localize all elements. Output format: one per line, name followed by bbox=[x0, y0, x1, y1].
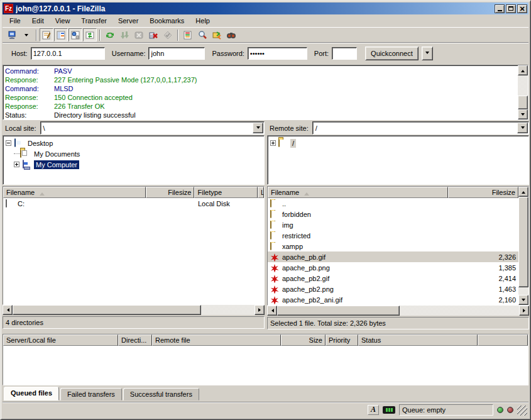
expand-icon[interactable] bbox=[14, 162, 19, 167]
local-site-combobox[interactable]: \ bbox=[40, 121, 265, 135]
menu-bar: File Edit View Transfer Server Bookmarks… bbox=[3, 14, 528, 27]
scroll-up-button[interactable] bbox=[518, 65, 528, 75]
menu-bookmarks[interactable]: Bookmarks bbox=[144, 16, 190, 26]
column-header-filetype[interactable]: Filetype bbox=[194, 187, 258, 198]
filezilla-logo-icon: Fz bbox=[4, 4, 13, 13]
scroll-left-button[interactable] bbox=[3, 305, 13, 315]
toggle-queue-icon bbox=[85, 30, 95, 40]
menu-file[interactable]: File bbox=[4, 16, 26, 26]
remote-row-folder[interactable]: restricted bbox=[268, 230, 518, 241]
refresh-button[interactable] bbox=[103, 28, 117, 41]
arrow-left-icon bbox=[5, 308, 9, 312]
password-input[interactable] bbox=[248, 47, 307, 60]
toolbar-separator bbox=[36, 30, 37, 41]
remote-horizontal-scrollbar[interactable] bbox=[267, 306, 529, 316]
local-horizontal-scrollbar[interactable] bbox=[3, 305, 265, 315]
remote-row-file[interactable]: apache_pb2.gif 2,414 bbox=[268, 273, 518, 284]
directory-comparison-button[interactable] bbox=[210, 28, 224, 41]
column-header-filesize[interactable]: Filesize bbox=[146, 187, 195, 198]
combo-dropdown-button[interactable] bbox=[517, 123, 528, 133]
speed-limit-icon bbox=[383, 406, 395, 414]
scrollbar-thumb[interactable] bbox=[13, 305, 201, 315]
remote-row-file[interactable]: apache_pb.png 1,385 bbox=[268, 262, 518, 273]
filter-button[interactable] bbox=[181, 28, 195, 41]
remote-row-folder[interactable]: forbidden bbox=[268, 209, 518, 219]
scroll-up-button[interactable] bbox=[518, 187, 528, 197]
tree-item-my-computer[interactable]: My Computer bbox=[6, 159, 263, 170]
tab-successful-transfers[interactable]: Successful transfers bbox=[123, 388, 199, 401]
my-computer-icon bbox=[22, 160, 32, 169]
username-input[interactable] bbox=[148, 47, 205, 60]
scroll-down-button[interactable] bbox=[518, 109, 528, 119]
local-list-header: Filename Filesize Filetype L bbox=[3, 187, 264, 198]
scrollbar-thumb[interactable] bbox=[518, 197, 528, 287]
column-header-direction[interactable]: Directi... bbox=[118, 334, 152, 346]
site-manager-dropdown-button[interactable] bbox=[19, 28, 33, 41]
transfer-queue: Server/Local file Directi... Remote file… bbox=[3, 334, 528, 385]
remote-pane: Remote site: / / Filename Filesize bbox=[267, 121, 529, 329]
remote-row-file[interactable]: apache_pb2_ani.gif 2,160 bbox=[268, 294, 518, 305]
remote-vertical-scrollbar[interactable] bbox=[518, 187, 528, 305]
quickconnect-button[interactable]: Quickconnect bbox=[365, 47, 419, 60]
tab-queued-files[interactable]: Queued files bbox=[4, 387, 59, 401]
expand-icon[interactable] bbox=[270, 140, 276, 146]
tree-item-root[interactable]: / bbox=[270, 138, 527, 148]
host-input[interactable] bbox=[31, 47, 105, 60]
tree-item-my-documents[interactable]: My Documents bbox=[6, 148, 263, 159]
scroll-down-button[interactable] bbox=[518, 295, 528, 305]
local-list-row-c-drive[interactable]: C: Local Disk bbox=[3, 198, 264, 209]
file-search-button[interactable] bbox=[195, 28, 209, 41]
close-button[interactable]: ✕ bbox=[517, 4, 527, 13]
column-header-server-local-file[interactable]: Server/Local file bbox=[3, 334, 118, 346]
menu-transfer[interactable]: Transfer bbox=[75, 16, 112, 26]
queue-body[interactable] bbox=[3, 346, 528, 385]
remote-row-parent-dir[interactable]: .. bbox=[268, 198, 518, 209]
site-manager-button[interactable] bbox=[5, 28, 19, 41]
menu-view[interactable]: View bbox=[50, 16, 76, 26]
toggle-local-tree-button[interactable] bbox=[54, 28, 68, 41]
log-vertical-scrollbar[interactable] bbox=[518, 65, 528, 119]
resize-grip[interactable] bbox=[517, 406, 527, 416]
column-header-last-modified[interactable]: L bbox=[258, 187, 264, 198]
remote-site-combobox[interactable]: / bbox=[312, 121, 529, 135]
remote-file-list: Filename Filesize .. forbidden bbox=[267, 186, 529, 306]
remote-row-folder[interactable]: xampp bbox=[268, 241, 518, 251]
disconnect-button[interactable] bbox=[146, 28, 160, 41]
maximize-button[interactable] bbox=[506, 4, 516, 13]
minimize-button[interactable] bbox=[495, 4, 505, 13]
process-queue-button[interactable] bbox=[118, 28, 131, 41]
menu-help[interactable]: Help bbox=[190, 16, 216, 26]
local-status-bar: 4 directories bbox=[3, 316, 265, 329]
toggle-queue-button[interactable] bbox=[83, 28, 97, 41]
column-header-size[interactable]: Size bbox=[281, 334, 326, 346]
toggle-remote-tree-button[interactable] bbox=[68, 28, 82, 41]
remote-row-folder[interactable]: img bbox=[268, 219, 518, 230]
cancel-button[interactable] bbox=[132, 28, 146, 41]
remote-row-file-selected[interactable]: apache_pb.gif 2,326 bbox=[268, 251, 518, 262]
scroll-left-button[interactable] bbox=[267, 306, 277, 316]
column-header-filesize[interactable]: Filesize bbox=[448, 187, 518, 198]
tree-item-desktop[interactable]: Desktop bbox=[6, 138, 263, 148]
column-header-remote-file[interactable]: Remote file bbox=[152, 334, 281, 346]
column-header-status[interactable]: Status bbox=[358, 334, 478, 346]
column-header-filename[interactable]: Filename bbox=[268, 187, 448, 198]
synchronized-browsing-button[interactable] bbox=[224, 28, 238, 41]
scrollbar-thumb[interactable] bbox=[277, 306, 400, 316]
reconnect-button[interactable] bbox=[161, 28, 175, 41]
menu-server[interactable]: Server bbox=[112, 16, 144, 26]
column-header-filename[interactable]: Filename bbox=[3, 187, 146, 198]
combo-dropdown-button[interactable] bbox=[253, 123, 263, 133]
scroll-right-button[interactable] bbox=[519, 306, 529, 316]
scrollbar-thumb[interactable] bbox=[518, 96, 528, 109]
toolbar bbox=[3, 27, 528, 42]
toggle-message-log-button[interactable] bbox=[40, 28, 53, 41]
scroll-right-button[interactable] bbox=[255, 305, 265, 315]
title-bar[interactable]: Fz john@127.0.0.1 - FileZilla ✕ bbox=[3, 3, 528, 14]
tab-failed-transfers[interactable]: Failed transfers bbox=[60, 388, 122, 401]
collapse-icon[interactable] bbox=[6, 140, 11, 146]
remote-row-file[interactable]: apache_pb2.png 1,463 bbox=[268, 284, 518, 294]
menu-edit[interactable]: Edit bbox=[26, 16, 50, 26]
column-header-priority[interactable]: Priority bbox=[326, 334, 358, 346]
quickconnect-dropdown-button[interactable] bbox=[422, 47, 433, 60]
port-input[interactable] bbox=[332, 47, 357, 60]
